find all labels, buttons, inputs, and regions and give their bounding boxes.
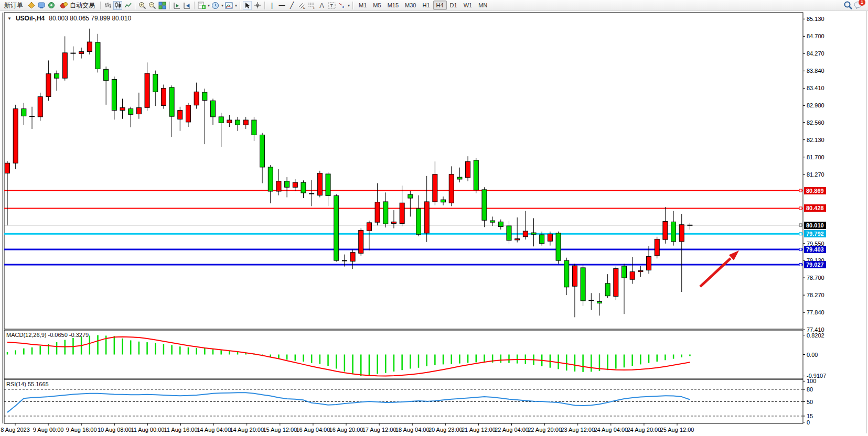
candle-body[interactable] <box>474 160 478 190</box>
new-order-button[interactable]: 新订单 <box>2 1 26 10</box>
candle-body[interactable] <box>153 74 158 92</box>
candle-body[interactable] <box>647 256 651 270</box>
candle-body[interactable] <box>285 181 290 188</box>
auto-scroll-icon[interactable] <box>173 1 181 10</box>
candle-body[interactable] <box>301 182 306 193</box>
fibonacci-icon[interactable]: F <box>307 1 316 10</box>
tf-w1-button[interactable]: W1 <box>460 1 476 10</box>
candle-body[interactable] <box>13 109 18 164</box>
periods-clock-icon[interactable] <box>211 1 220 10</box>
candle-body[interactable] <box>79 51 84 53</box>
tf-m1-button[interactable]: M1 <box>356 1 370 10</box>
candle-body[interactable] <box>540 235 544 244</box>
chart-canvas[interactable] <box>0 11 868 436</box>
candle-body[interactable] <box>605 284 610 296</box>
chart-shift-icon[interactable] <box>183 1 191 10</box>
tf-h4-button[interactable]: H4 <box>433 1 447 10</box>
candle-body[interactable] <box>326 174 330 195</box>
text-label-icon[interactable]: T <box>327 1 336 10</box>
candle-body[interactable] <box>194 92 199 105</box>
tf-m5-button[interactable]: M5 <box>370 1 384 10</box>
candle-body[interactable] <box>556 233 561 260</box>
candle-body[interactable] <box>136 107 141 114</box>
candle-body[interactable] <box>433 175 437 202</box>
hline-handle[interactable] <box>799 207 802 210</box>
candle-body[interactable] <box>375 202 380 222</box>
candle-body[interactable] <box>630 272 635 280</box>
candle-body[interactable] <box>507 226 511 241</box>
tf-m30-button[interactable]: M30 <box>402 1 419 10</box>
candle-body[interactable] <box>128 109 133 115</box>
candle-body[interactable] <box>317 173 322 195</box>
tf-mn-button[interactable]: MN <box>475 1 490 10</box>
candle-body[interactable] <box>457 177 462 179</box>
candle-body[interactable] <box>202 92 207 100</box>
periods-dropdown-icon[interactable]: ▾ <box>221 3 223 8</box>
candle-body[interactable] <box>531 233 536 234</box>
candle-body[interactable] <box>62 53 67 78</box>
chart-area[interactable]: ▼ USOil-,H4 80.003 80.065 79.899 80.010 … <box>0 11 868 436</box>
candle-body[interactable] <box>186 105 190 122</box>
zoom-in-icon[interactable] <box>138 1 147 10</box>
candle-body[interactable] <box>276 181 281 191</box>
candle-body[interactable] <box>416 209 421 234</box>
candle-body[interactable] <box>5 163 10 173</box>
candle-body[interactable] <box>359 230 363 253</box>
candle-body[interactable] <box>334 195 339 260</box>
candlestick-chart-icon[interactable] <box>113 1 122 10</box>
candle-body[interactable] <box>260 135 265 167</box>
candle-body[interactable] <box>169 88 174 116</box>
candle-body[interactable] <box>104 69 109 81</box>
candle-body[interactable] <box>441 200 446 202</box>
indicators-dropdown-icon[interactable]: ▾ <box>208 3 210 8</box>
candle-body[interactable] <box>161 88 166 105</box>
templates-icon[interactable] <box>224 1 233 10</box>
candle-body[interactable] <box>679 225 684 242</box>
arrows-dropdown-icon[interactable]: ▾ <box>348 3 350 8</box>
cursor-icon[interactable] <box>243 1 252 10</box>
hline-handle[interactable] <box>799 189 802 192</box>
candle-body[interactable] <box>408 194 413 198</box>
bar-chart-icon[interactable] <box>103 1 112 10</box>
equidistant-channel-icon[interactable]: E <box>297 1 306 10</box>
candle-body[interactable] <box>449 175 454 203</box>
candle-body[interactable] <box>211 101 216 117</box>
arrows-tool-icon[interactable] <box>337 1 346 10</box>
candle-body[interactable] <box>572 266 577 286</box>
candle-body[interactable] <box>235 120 240 125</box>
terminal-icon[interactable] <box>37 1 46 10</box>
candle-body[interactable] <box>145 73 149 107</box>
candle-body[interactable] <box>95 42 100 69</box>
candle-body[interactable] <box>391 222 396 223</box>
market-watch-icon[interactable] <box>27 1 36 10</box>
candle-body[interactable] <box>22 109 26 116</box>
candle-body[interactable] <box>490 221 495 222</box>
candle-body[interactable] <box>663 222 668 240</box>
hline-handle[interactable] <box>799 233 802 235</box>
candle-body[interactable] <box>367 223 371 231</box>
candle-body[interactable] <box>400 203 404 223</box>
tf-m15-button[interactable]: M15 <box>384 1 402 10</box>
tile-windows-icon[interactable] <box>158 1 167 10</box>
chart-dropdown-icon[interactable]: ▼ <box>7 16 12 21</box>
hline-handle[interactable] <box>799 224 802 226</box>
zoom-out-icon[interactable] <box>148 1 157 10</box>
auto-trading-button[interactable]: 自动交易 <box>57 1 98 10</box>
candle-body[interactable] <box>120 107 125 110</box>
hline-handle[interactable] <box>799 263 802 266</box>
indicators-icon[interactable] <box>197 1 206 10</box>
candle-body[interactable] <box>638 270 643 271</box>
annotation-arrow-shaft[interactable] <box>700 258 731 287</box>
candle-body[interactable] <box>350 253 355 261</box>
candle-body[interactable] <box>112 79 116 110</box>
candle-body[interactable] <box>671 222 676 242</box>
candle-body[interactable] <box>252 120 256 135</box>
crosshair-icon[interactable] <box>253 1 262 10</box>
candle-body[interactable] <box>622 266 627 278</box>
candle-body[interactable] <box>655 239 659 255</box>
candle-body[interactable] <box>523 231 528 237</box>
candle-body[interactable] <box>219 117 223 123</box>
candle-body[interactable] <box>515 239 520 240</box>
candle-body[interactable] <box>548 234 552 241</box>
candle-body[interactable] <box>466 161 470 178</box>
